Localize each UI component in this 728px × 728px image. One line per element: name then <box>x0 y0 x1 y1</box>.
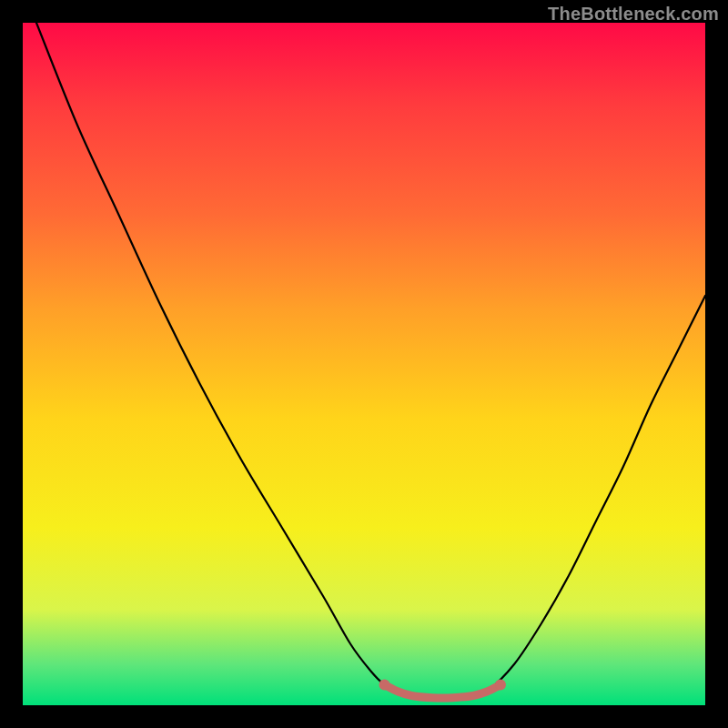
basin-start-marker <box>379 680 390 691</box>
basin-highlight-layer <box>23 23 705 705</box>
chart-plot-area <box>23 23 705 705</box>
basin-end-marker <box>495 680 506 691</box>
watermark-label: TheBottleneck.com <box>548 4 719 25</box>
basin-highlight-stroke <box>385 685 501 699</box>
chart-frame: TheBottleneck.com <box>0 0 728 728</box>
